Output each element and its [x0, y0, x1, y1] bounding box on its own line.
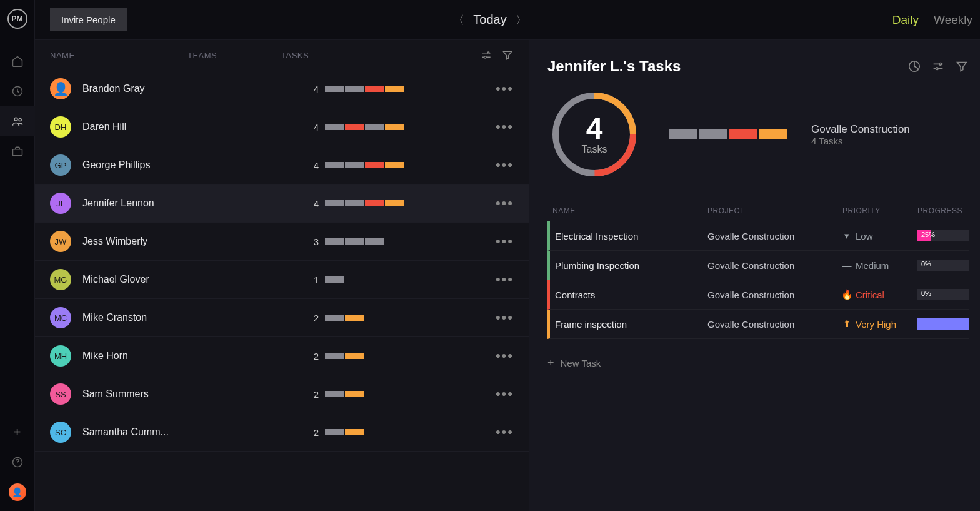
row-more-icon[interactable]: •••	[496, 195, 514, 211]
person-task-count: 2	[302, 389, 319, 400]
person-task-bars	[325, 238, 384, 245]
people-row[interactable]: MCMike Cranston2•••	[35, 299, 529, 337]
nav-help-button[interactable]	[0, 447, 35, 477]
task-project: Govalle Construction	[708, 231, 842, 241]
task-name: Plumbing Inspection	[550, 260, 708, 271]
donut-label: Tasks	[582, 144, 608, 155]
invite-people-button[interactable]: Invite People	[50, 8, 127, 31]
person-task-bars	[325, 162, 404, 168]
row-more-icon[interactable]: •••	[496, 348, 514, 364]
summary-bars	[669, 129, 788, 139]
nav-home[interactable]	[0, 46, 35, 76]
avatar: SC	[50, 422, 71, 443]
task-row[interactable]: ContractsGovalle Construction🔥Critical0%	[548, 280, 969, 310]
people-header-name: NAME	[50, 51, 188, 60]
task-row[interactable]: Plumbing InspectionGovalle Construction—…	[548, 251, 969, 280]
plus-icon: +	[548, 357, 554, 370]
avatar: GP	[50, 154, 71, 176]
detail-summary: 4 Tasks Govalle Construction 4 Tasks	[548, 88, 969, 181]
people-row[interactable]: MHMike Horn2•••	[35, 337, 529, 375]
people-row[interactable]: SSSam Summers2•••	[35, 375, 529, 413]
person-task-bars	[325, 429, 364, 435]
person-task-count: 3	[302, 236, 319, 247]
task-project: Govalle Construction	[708, 260, 842, 271]
priority-icon: ⬆	[842, 320, 851, 328]
new-task-button[interactable]: + New Task	[548, 357, 969, 370]
people-row[interactable]: GPGeorge Phillips4•••	[35, 146, 529, 185]
detail-title: Jennifer L.'s Tasks	[548, 58, 681, 75]
task-donut-chart: 4 Tasks	[548, 88, 641, 181]
priority-icon: 🔥	[842, 290, 851, 299]
people-row[interactable]: 👤Brandon Gray4•••	[35, 70, 529, 108]
avatar: JL	[50, 193, 71, 214]
date-prev-icon[interactable]: 〈	[453, 13, 464, 28]
view-tabs: Daily Weekly	[892, 13, 972, 27]
pie-chart-icon[interactable]	[908, 59, 921, 73]
person-name: Sam Summers	[82, 388, 209, 400]
person-task-bars	[325, 391, 364, 397]
view-tab-weekly[interactable]: Weekly	[934, 13, 972, 27]
settings-sliders-icon[interactable]	[931, 59, 945, 73]
task-name: Electrical Inspection	[550, 231, 708, 241]
nav-people[interactable]	[0, 106, 35, 136]
avatar: MG	[50, 269, 71, 290]
svg-point-1	[14, 118, 18, 121]
people-row[interactable]: SCSamantha Cumm...2•••	[35, 413, 529, 452]
detail-header: Jennifer L.'s Tasks	[548, 58, 969, 75]
person-task-count: 4	[302, 160, 319, 171]
row-more-icon[interactable]: •••	[496, 424, 514, 440]
date-next-icon[interactable]: 〉	[516, 13, 527, 28]
task-header-priority: PRIORITY	[842, 206, 918, 215]
people-row[interactable]: DHDaren Hill4•••	[35, 108, 529, 146]
svg-point-2	[19, 118, 21, 121]
row-more-icon[interactable]: •••	[496, 233, 514, 250]
row-more-icon[interactable]: •••	[496, 81, 514, 97]
task-priority: 🔥Critical	[842, 290, 918, 300]
person-name: Mike Horn	[82, 350, 209, 362]
person-task-count: 2	[302, 427, 319, 438]
settings-sliders-icon[interactable]	[480, 49, 492, 61]
row-more-icon[interactable]: •••	[496, 119, 514, 135]
task-row[interactable]: Electrical InspectionGovalle Constructio…	[548, 221, 969, 251]
top-bar: Invite People 〈 Today 〉 Daily Weekly	[35, 0, 980, 40]
nav-time[interactable]	[0, 76, 35, 106]
view-tab-daily[interactable]: Daily	[892, 13, 919, 27]
filter-icon[interactable]	[501, 49, 514, 61]
task-row[interactable]: Frame inspectionGovalle Construction⬆Ver…	[548, 310, 969, 339]
svg-point-6	[484, 56, 486, 58]
avatar: DH	[50, 116, 71, 138]
avatar: MC	[50, 307, 71, 328]
new-task-label: New Task	[561, 358, 601, 368]
row-more-icon[interactable]: •••	[496, 310, 514, 326]
person-name: Daren Hill	[82, 121, 209, 133]
current-user-avatar[interactable]: 👤	[9, 483, 26, 501]
nav-briefcase[interactable]	[0, 136, 35, 166]
person-task-count: 2	[302, 351, 319, 362]
people-row[interactable]: JLJennifer Lennon4•••	[35, 185, 529, 223]
task-header-project: PROJECT	[708, 206, 842, 215]
avatar: MH	[50, 345, 71, 367]
row-more-icon[interactable]: •••	[496, 157, 514, 173]
task-priority: ▾Low	[842, 231, 918, 241]
row-more-icon[interactable]: •••	[496, 386, 514, 402]
person-name: Mike Cranston	[82, 312, 209, 323]
task-name: Contracts	[550, 290, 708, 300]
task-project: Govalle Construction	[708, 319, 842, 330]
task-project: Govalle Construction	[708, 290, 842, 300]
avatar: SS	[50, 383, 71, 405]
person-name: Jess Wimberly	[82, 236, 209, 247]
nav-add-button[interactable]: +	[0, 417, 35, 447]
detail-panel: Jennifer L.'s Tasks 4 Tasks	[529, 40, 980, 511]
people-header-teams: TEAMS	[188, 51, 281, 60]
row-more-icon[interactable]: •••	[496, 271, 514, 288]
filter-icon[interactable]	[955, 59, 969, 73]
people-row[interactable]: JWJess Wimberly3•••	[35, 223, 529, 261]
person-name: George Phillips	[82, 159, 209, 171]
svg-point-9	[936, 68, 938, 70]
person-task-count: 4	[302, 198, 319, 209]
people-row[interactable]: MGMichael Glover1•••	[35, 261, 529, 299]
person-name: Michael Glover	[82, 274, 209, 285]
main-area: Invite People 〈 Today 〉 Daily Weekly NAM…	[35, 0, 980, 511]
person-name: Brandon Gray	[82, 83, 209, 94]
person-task-bars	[325, 315, 364, 321]
